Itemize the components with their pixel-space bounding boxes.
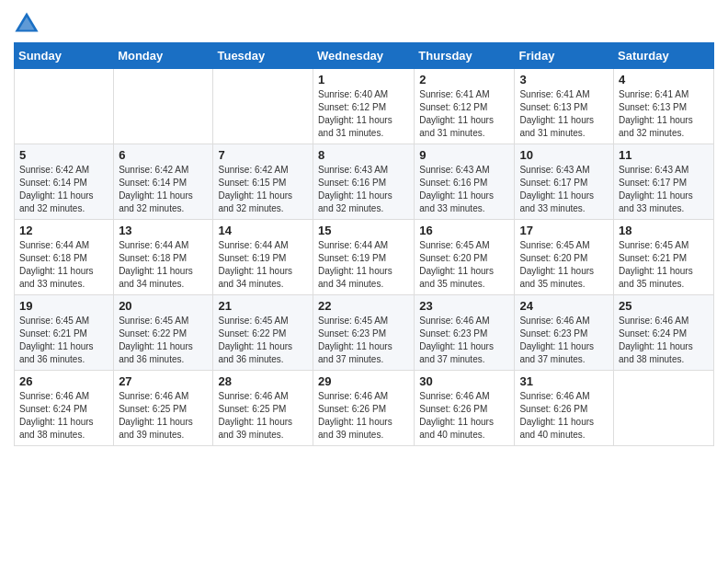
- day-info: Sunrise: 6:45 AMSunset: 6:21 PMDaylight:…: [619, 239, 709, 291]
- day-info: Sunrise: 6:43 AMSunset: 6:17 PMDaylight:…: [619, 164, 709, 215]
- day-number: 2: [419, 73, 509, 86]
- day-info: Sunrise: 6:46 AMSunset: 6:23 PMDaylight:…: [419, 315, 509, 366]
- day-number: 16: [419, 224, 509, 237]
- calendar-cell: 28Sunrise: 6:46 AMSunset: 6:25 PMDayligh…: [213, 371, 313, 446]
- day-info: Sunrise: 6:40 AMSunset: 6:12 PMDaylight:…: [318, 88, 409, 140]
- day-number: 25: [619, 299, 709, 313]
- day-info: Sunrise: 6:46 AMSunset: 6:26 PMDaylight:…: [419, 390, 509, 442]
- day-number: 26: [19, 374, 108, 388]
- calendar-cell: 7Sunrise: 6:42 AMSunset: 6:15 PMDaylight…: [213, 144, 313, 220]
- calendar-cell: 30Sunrise: 6:46 AMSunset: 6:26 PMDayligh…: [415, 371, 515, 446]
- calendar-week-row: 1Sunrise: 6:40 AMSunset: 6:12 PMDaylight…: [15, 69, 714, 144]
- day-number: 21: [218, 299, 308, 313]
- day-info: Sunrise: 6:45 AMSunset: 6:20 PMDaylight:…: [519, 239, 609, 291]
- calendar-cell: [614, 371, 714, 446]
- day-number: 22: [318, 299, 409, 313]
- day-number: 12: [19, 224, 108, 237]
- logo-icon: [14, 9, 40, 35]
- calendar-cell: 8Sunrise: 6:43 AMSunset: 6:16 PMDaylight…: [313, 144, 415, 220]
- calendar-cell: 11Sunrise: 6:43 AMSunset: 6:17 PMDayligh…: [614, 144, 714, 220]
- calendar-cell: 15Sunrise: 6:44 AMSunset: 6:19 PMDayligh…: [313, 220, 415, 295]
- day-number: 4: [619, 73, 709, 86]
- calendar-cell: 2Sunrise: 6:41 AMSunset: 6:12 PMDaylight…: [415, 69, 515, 144]
- day-header-tuesday: Tuesday: [213, 43, 313, 69]
- calendar-cell: 1Sunrise: 6:40 AMSunset: 6:12 PMDaylight…: [313, 69, 415, 144]
- day-info: Sunrise: 6:44 AMSunset: 6:18 PMDaylight:…: [119, 239, 208, 291]
- day-header-saturday: Saturday: [614, 43, 714, 69]
- day-number: 5: [19, 148, 108, 162]
- day-info: Sunrise: 6:45 AMSunset: 6:22 PMDaylight:…: [119, 315, 208, 366]
- calendar: SundayMondayTuesdayWednesdayThursdayFrid…: [14, 42, 714, 446]
- day-number: 19: [19, 299, 108, 313]
- day-number: 20: [119, 299, 208, 313]
- day-number: 24: [519, 299, 609, 313]
- day-number: 23: [419, 299, 509, 313]
- day-number: 7: [218, 148, 308, 162]
- calendar-cell: 4Sunrise: 6:41 AMSunset: 6:13 PMDaylight…: [614, 69, 714, 144]
- calendar-cell: 16Sunrise: 6:45 AMSunset: 6:20 PMDayligh…: [415, 220, 515, 295]
- calendar-cell: 5Sunrise: 6:42 AMSunset: 6:14 PMDaylight…: [15, 144, 114, 220]
- calendar-cell: [114, 69, 213, 144]
- day-info: Sunrise: 6:44 AMSunset: 6:18 PMDaylight:…: [19, 239, 108, 291]
- calendar-week-row: 12Sunrise: 6:44 AMSunset: 6:18 PMDayligh…: [15, 220, 714, 295]
- day-header-monday: Monday: [114, 43, 213, 69]
- day-info: Sunrise: 6:46 AMSunset: 6:25 PMDaylight:…: [119, 390, 208, 442]
- calendar-cell: [213, 69, 313, 144]
- calendar-week-row: 26Sunrise: 6:46 AMSunset: 6:24 PMDayligh…: [15, 371, 714, 446]
- day-number: 3: [519, 73, 609, 86]
- calendar-cell: 31Sunrise: 6:46 AMSunset: 6:26 PMDayligh…: [515, 371, 614, 446]
- day-info: Sunrise: 6:46 AMSunset: 6:23 PMDaylight:…: [519, 315, 609, 366]
- day-info: Sunrise: 6:43 AMSunset: 6:17 PMDaylight:…: [519, 164, 609, 215]
- day-number: 30: [419, 374, 509, 388]
- calendar-cell: 13Sunrise: 6:44 AMSunset: 6:18 PMDayligh…: [114, 220, 213, 295]
- day-info: Sunrise: 6:46 AMSunset: 6:26 PMDaylight:…: [318, 390, 409, 442]
- day-info: Sunrise: 6:45 AMSunset: 6:23 PMDaylight:…: [318, 315, 409, 366]
- day-number: 27: [119, 374, 208, 388]
- calendar-cell: 18Sunrise: 6:45 AMSunset: 6:21 PMDayligh…: [614, 220, 714, 295]
- day-number: 9: [419, 148, 509, 162]
- day-header-thursday: Thursday: [415, 43, 515, 69]
- calendar-week-row: 19Sunrise: 6:45 AMSunset: 6:21 PMDayligh…: [15, 295, 714, 371]
- day-info: Sunrise: 6:43 AMSunset: 6:16 PMDaylight:…: [419, 164, 509, 215]
- day-info: Sunrise: 6:42 AMSunset: 6:15 PMDaylight:…: [218, 164, 308, 215]
- day-number: 8: [318, 148, 409, 162]
- calendar-cell: 14Sunrise: 6:44 AMSunset: 6:19 PMDayligh…: [213, 220, 313, 295]
- day-number: 6: [119, 148, 208, 162]
- day-info: Sunrise: 6:44 AMSunset: 6:19 PMDaylight:…: [318, 239, 409, 291]
- day-number: 28: [218, 374, 308, 388]
- day-info: Sunrise: 6:44 AMSunset: 6:19 PMDaylight:…: [218, 239, 308, 291]
- day-info: Sunrise: 6:45 AMSunset: 6:21 PMDaylight:…: [19, 315, 108, 366]
- day-info: Sunrise: 6:46 AMSunset: 6:26 PMDaylight:…: [519, 390, 609, 442]
- calendar-cell: 10Sunrise: 6:43 AMSunset: 6:17 PMDayligh…: [515, 144, 614, 220]
- calendar-cell: 20Sunrise: 6:45 AMSunset: 6:22 PMDayligh…: [114, 295, 213, 371]
- day-info: Sunrise: 6:45 AMSunset: 6:20 PMDaylight:…: [419, 239, 509, 291]
- day-number: 14: [218, 224, 308, 237]
- day-info: Sunrise: 6:43 AMSunset: 6:16 PMDaylight:…: [318, 164, 409, 215]
- calendar-cell: 9Sunrise: 6:43 AMSunset: 6:16 PMDaylight…: [415, 144, 515, 220]
- day-info: Sunrise: 6:41 AMSunset: 6:13 PMDaylight:…: [519, 88, 609, 140]
- day-number: 15: [318, 224, 409, 237]
- day-info: Sunrise: 6:41 AMSunset: 6:13 PMDaylight:…: [619, 88, 709, 140]
- day-number: 29: [318, 374, 409, 388]
- calendar-cell: 3Sunrise: 6:41 AMSunset: 6:13 PMDaylight…: [515, 69, 614, 144]
- logo: [14, 9, 43, 35]
- calendar-cell: 25Sunrise: 6:46 AMSunset: 6:24 PMDayligh…: [614, 295, 714, 371]
- day-header-friday: Friday: [515, 43, 614, 69]
- calendar-header-row: SundayMondayTuesdayWednesdayThursdayFrid…: [15, 43, 714, 69]
- day-header-sunday: Sunday: [15, 43, 114, 69]
- calendar-cell: 19Sunrise: 6:45 AMSunset: 6:21 PMDayligh…: [15, 295, 114, 371]
- day-info: Sunrise: 6:46 AMSunset: 6:24 PMDaylight:…: [619, 315, 709, 366]
- calendar-cell: 24Sunrise: 6:46 AMSunset: 6:23 PMDayligh…: [515, 295, 614, 371]
- day-info: Sunrise: 6:42 AMSunset: 6:14 PMDaylight:…: [19, 164, 108, 215]
- calendar-cell: 23Sunrise: 6:46 AMSunset: 6:23 PMDayligh…: [415, 295, 515, 371]
- day-number: 11: [619, 148, 709, 162]
- day-number: 31: [519, 374, 609, 388]
- calendar-cell: 17Sunrise: 6:45 AMSunset: 6:20 PMDayligh…: [515, 220, 614, 295]
- day-info: Sunrise: 6:45 AMSunset: 6:22 PMDaylight:…: [218, 315, 308, 366]
- day-number: 18: [619, 224, 709, 237]
- day-header-wednesday: Wednesday: [313, 43, 415, 69]
- day-number: 1: [318, 73, 409, 86]
- calendar-cell: 12Sunrise: 6:44 AMSunset: 6:18 PMDayligh…: [15, 220, 114, 295]
- calendar-cell: 6Sunrise: 6:42 AMSunset: 6:14 PMDaylight…: [114, 144, 213, 220]
- page: SundayMondayTuesdayWednesdayThursdayFrid…: [0, 0, 728, 563]
